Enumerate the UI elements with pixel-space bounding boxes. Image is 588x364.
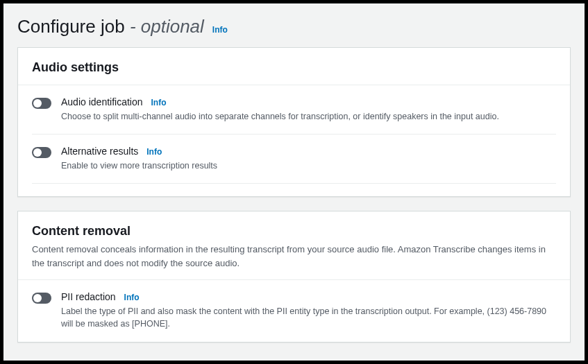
alternative-results-body: Alternative results Info Enable to view … [61, 146, 556, 172]
audio-identification-label: Audio identification [61, 96, 143, 107]
page-subtitle: - optional [130, 16, 204, 37]
audio-identification-title-row: Audio identification Info [61, 96, 556, 107]
alternative-results-toggle[interactable] [32, 147, 51, 158]
audio-settings-header: Audio settings [18, 48, 570, 85]
page-title-text: Configure job [17, 16, 125, 37]
page-header: Configure job - optional Info [3, 3, 585, 47]
pii-redaction-row: PII redaction Info Label the type of PII… [18, 280, 570, 341]
alternative-results-info-link[interactable]: Info [146, 147, 162, 157]
audio-identification-toggle[interactable] [32, 98, 51, 109]
alternative-results-title-row: Alternative results Info [61, 146, 556, 157]
page-title: Configure job - optional [17, 16, 204, 37]
pii-redaction-body: PII redaction Info Label the type of PII… [61, 291, 556, 330]
audio-identification-info-link[interactable]: Info [151, 98, 167, 107]
page-info-link[interactable]: Info [212, 25, 228, 35]
audio-identification-body: Audio identification Info Choose to spli… [61, 96, 556, 123]
pii-redaction-toggle[interactable] [32, 293, 51, 304]
pii-redaction-description: Label the type of PII and also mask the … [61, 305, 556, 330]
content-removal-header: Content removal Content removal conceals… [18, 211, 570, 279]
pii-redaction-label: PII redaction [61, 291, 116, 302]
audio-identification-row: Audio identification Info Choose to spli… [18, 85, 570, 134]
alternative-results-label: Alternative results [61, 146, 138, 157]
audio-identification-description: Choose to split multi-channel audio into… [61, 110, 556, 123]
pii-redaction-title-row: PII redaction Info [61, 291, 556, 302]
pii-redaction-info-link[interactable]: Info [124, 293, 140, 302]
alternative-results-row: Alternative results Info Enable to view … [18, 135, 570, 183]
audio-settings-panel: Audio settings Audio identification Info… [17, 47, 571, 197]
page-frame: Configure job - optional Info Audio sett… [3, 3, 585, 361]
alternative-results-description: Enable to view more transcription result… [61, 159, 556, 172]
content-removal-title: Content removal [32, 224, 556, 239]
audio-settings-title: Audio settings [32, 60, 556, 75]
content-removal-panel: Content removal Content removal conceals… [17, 211, 571, 342]
content-removal-description: Content removal conceals information in … [32, 243, 556, 270]
